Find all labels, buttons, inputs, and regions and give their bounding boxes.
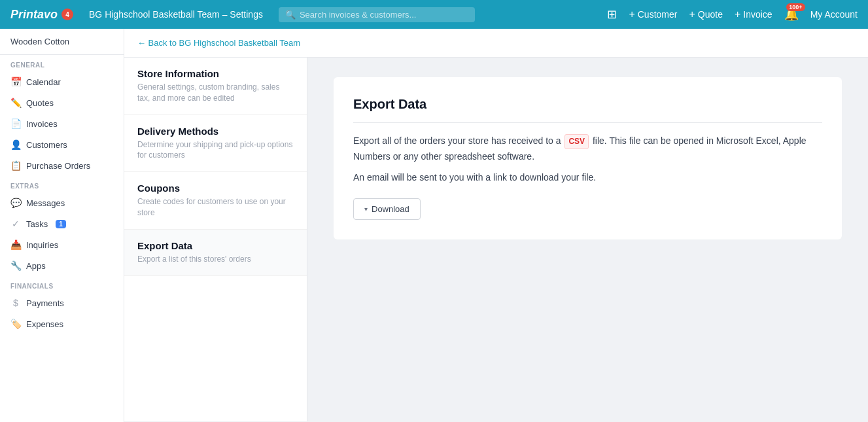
sidebar-item-customers[interactable]: 👤 Customers	[0, 134, 124, 155]
apps-icon: 🔧	[10, 260, 21, 271]
payments-icon: $	[10, 298, 21, 308]
content-area: ← Back to BG Highschool Basketball Team …	[124, 29, 868, 422]
quotes-icon: ✏️	[10, 97, 21, 108]
sidebar-item-purchase-orders-label: Purchase Orders	[26, 161, 90, 171]
brand[interactable]: Printavo 4	[10, 8, 73, 22]
sidebar-item-calendar-label: Calendar	[26, 77, 61, 87]
settings-main: Export Data Export all of the orders you…	[307, 58, 868, 421]
coupons-desc: Create codes for customers to use on you…	[137, 196, 294, 219]
grid-icon[interactable]: ⊞	[607, 7, 617, 22]
sidebar-item-expenses-label: Expenses	[26, 319, 63, 329]
sidebar-item-quotes[interactable]: ✏️ Quotes	[0, 92, 124, 113]
page-title: BG Highschool Basketball Team – Settings	[89, 9, 263, 20]
delivery-methods-desc: Determine your shipping and pick-up opti…	[137, 139, 294, 162]
sidebar-item-invoices[interactable]: 📄 Invoices	[0, 113, 124, 134]
sidebar-item-payments-label: Payments	[26, 298, 64, 308]
sidebar-item-messages[interactable]: 💬 Messages	[0, 192, 124, 213]
sidebar-item-apps-label: Apps	[26, 261, 46, 271]
export-card: Export Data Export all of the orders you…	[334, 77, 842, 239]
export-desc-before: Export all of the orders your store has …	[353, 135, 561, 146]
notifications-bell[interactable]: 🔔 100+	[784, 7, 799, 22]
financials-section-label: FINANCIALS	[0, 276, 124, 292]
bell-badge: 100+	[786, 3, 805, 11]
sidebar-item-tasks-label: Tasks	[26, 219, 48, 229]
export-description: Export all of the orders your store has …	[353, 133, 822, 164]
customer-label: Customer	[638, 9, 678, 20]
sidebar-item-tasks[interactable]: ✓ Tasks 1	[0, 213, 124, 234]
chevron-down-icon: ▾	[364, 205, 368, 213]
tasks-icon: ✓	[10, 219, 21, 229]
search-box[interactable]: 🔍	[279, 7, 475, 22]
sidebar-item-inquiries-label: Inquiries	[26, 240, 58, 250]
settings-item-coupons[interactable]: Coupons Create codes for customers to us…	[124, 172, 307, 230]
sidebar-workspace: Wooden Cotton	[0, 29, 124, 55]
csv-badge: CSV	[564, 134, 589, 149]
store-information-desc: General settings, custom branding, sales…	[137, 82, 294, 104]
sidebar-item-purchase-orders[interactable]: 📋 Purchase Orders	[0, 155, 124, 176]
brand-badge: 4	[61, 9, 73, 20]
settings-layout: Store Information General settings, cust…	[124, 58, 868, 421]
inquiries-icon: 📥	[10, 239, 21, 250]
tasks-badge: 1	[56, 220, 66, 228]
delivery-methods-title: Delivery Methods	[137, 126, 294, 137]
main-sidebar: Wooden Cotton GENERAL 📅 Calendar ✏️ Quot…	[0, 29, 124, 422]
plus-icon: +	[735, 9, 740, 20]
sidebar-item-inquiries[interactable]: 📥 Inquiries	[0, 234, 124, 255]
plus-icon: +	[629, 9, 634, 20]
download-label: Download	[372, 204, 409, 214]
settings-item-delivery-methods[interactable]: Delivery Methods Determine your shipping…	[124, 115, 307, 173]
main-layout: Wooden Cotton GENERAL 📅 Calendar ✏️ Quot…	[0, 29, 868, 422]
sidebar-item-calendar[interactable]: 📅 Calendar	[0, 71, 124, 92]
invoices-icon: 📄	[10, 118, 21, 129]
export-card-title: Export Data	[353, 97, 822, 123]
back-link[interactable]: ← Back to BG Highschool Basketball Team	[124, 29, 868, 58]
export-email-note: An email will be sent to you with a link…	[353, 172, 822, 183]
messages-icon: 💬	[10, 198, 21, 208]
export-data-desc: Export a list of this stores' orders	[137, 254, 294, 265]
purchase-orders-icon: 📋	[10, 160, 21, 171]
search-input[interactable]	[300, 10, 468, 20]
calendar-icon: 📅	[10, 77, 21, 87]
settings-item-store-information[interactable]: Store Information General settings, cust…	[124, 58, 307, 115]
brand-name: Printavo	[10, 8, 58, 22]
sidebar-item-invoices-label: Invoices	[26, 119, 58, 129]
export-data-title: Export Data	[137, 240, 294, 251]
add-customer-button[interactable]: + Customer	[629, 9, 677, 20]
quote-label: Quote	[698, 9, 723, 20]
topnav-actions: ⊞ + Customer + Quote + Invoice 🔔 100+ My…	[607, 7, 858, 22]
settings-sidebar: Store Information General settings, cust…	[124, 58, 307, 421]
account-menu[interactable]: My Account	[810, 9, 858, 20]
topnav: Printavo 4 BG Highschool Basketball Team…	[0, 0, 868, 29]
coupons-title: Coupons	[137, 183, 294, 194]
store-information-title: Store Information	[137, 68, 294, 79]
add-quote-button[interactable]: + Quote	[689, 9, 722, 20]
general-section-label: GENERAL	[0, 55, 124, 71]
add-invoice-button[interactable]: + Invoice	[735, 9, 773, 20]
plus-icon: +	[689, 9, 695, 20]
download-button[interactable]: ▾ Download	[353, 198, 421, 220]
invoice-label: Invoice	[743, 9, 772, 20]
sidebar-item-expenses[interactable]: 🏷️ Expenses	[0, 313, 124, 334]
sidebar-item-quotes-label: Quotes	[26, 98, 54, 108]
sidebar-item-messages-label: Messages	[26, 198, 65, 208]
search-icon: 🔍	[285, 10, 296, 20]
extras-section-label: EXTRAS	[0, 176, 124, 192]
customers-icon: 👤	[10, 139, 21, 150]
expenses-icon: 🏷️	[10, 319, 21, 329]
sidebar-item-payments[interactable]: $ Payments	[0, 292, 124, 313]
sidebar-item-customers-label: Customers	[26, 140, 67, 150]
sidebar-item-apps[interactable]: 🔧 Apps	[0, 255, 124, 276]
settings-item-export-data[interactable]: Export Data Export a list of this stores…	[124, 230, 307, 276]
